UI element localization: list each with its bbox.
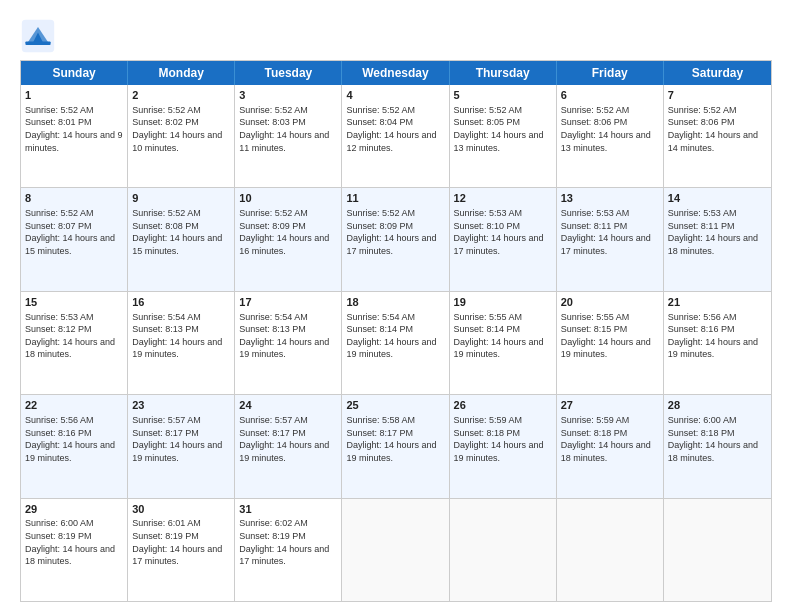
day-number: 5: [454, 88, 552, 103]
empty-cell: [664, 499, 771, 601]
day-info: Sunrise: 5:54 AM Sunset: 8:14 PM Dayligh…: [346, 311, 444, 361]
empty-cell: [557, 499, 664, 601]
day-number: 4: [346, 88, 444, 103]
day-cell-7: 7 Sunrise: 5:52 AM Sunset: 8:06 PM Dayli…: [664, 85, 771, 187]
day-info: Sunrise: 5:54 AM Sunset: 8:13 PM Dayligh…: [239, 311, 337, 361]
day-number: 22: [25, 398, 123, 413]
header: [20, 18, 772, 54]
day-number: 1: [25, 88, 123, 103]
day-number: 9: [132, 191, 230, 206]
calendar-body: 1 Sunrise: 5:52 AM Sunset: 8:01 PM Dayli…: [21, 85, 771, 601]
day-cell-5: 5 Sunrise: 5:52 AM Sunset: 8:05 PM Dayli…: [450, 85, 557, 187]
day-cell-14: 14 Sunrise: 5:53 AM Sunset: 8:11 PM Dayl…: [664, 188, 771, 290]
day-cell-18: 18 Sunrise: 5:54 AM Sunset: 8:14 PM Dayl…: [342, 292, 449, 394]
day-cell-27: 27 Sunrise: 5:59 AM Sunset: 8:18 PM Dayl…: [557, 395, 664, 497]
day-info: Sunrise: 6:01 AM Sunset: 8:19 PM Dayligh…: [132, 517, 230, 567]
header-cell-wednesday: Wednesday: [342, 61, 449, 85]
day-number: 13: [561, 191, 659, 206]
svg-rect-1: [25, 41, 50, 45]
day-number: 7: [668, 88, 767, 103]
header-cell-thursday: Thursday: [450, 61, 557, 85]
header-cell-saturday: Saturday: [664, 61, 771, 85]
day-number: 14: [668, 191, 767, 206]
day-number: 2: [132, 88, 230, 103]
empty-cell: [450, 499, 557, 601]
day-number: 21: [668, 295, 767, 310]
header-cell-sunday: Sunday: [21, 61, 128, 85]
day-info: Sunrise: 5:59 AM Sunset: 8:18 PM Dayligh…: [561, 414, 659, 464]
day-info: Sunrise: 5:56 AM Sunset: 8:16 PM Dayligh…: [668, 311, 767, 361]
day-info: Sunrise: 5:55 AM Sunset: 8:15 PM Dayligh…: [561, 311, 659, 361]
calendar-header: SundayMondayTuesdayWednesdayThursdayFrid…: [21, 61, 771, 85]
day-info: Sunrise: 5:53 AM Sunset: 8:11 PM Dayligh…: [668, 207, 767, 257]
header-cell-monday: Monday: [128, 61, 235, 85]
calendar-row-2: 8 Sunrise: 5:52 AM Sunset: 8:07 PM Dayli…: [21, 188, 771, 291]
day-cell-30: 30 Sunrise: 6:01 AM Sunset: 8:19 PM Dayl…: [128, 499, 235, 601]
day-cell-23: 23 Sunrise: 5:57 AM Sunset: 8:17 PM Dayl…: [128, 395, 235, 497]
day-number: 12: [454, 191, 552, 206]
logo-icon: [20, 18, 56, 54]
empty-cell: [342, 499, 449, 601]
day-cell-22: 22 Sunrise: 5:56 AM Sunset: 8:16 PM Dayl…: [21, 395, 128, 497]
day-info: Sunrise: 6:00 AM Sunset: 8:19 PM Dayligh…: [25, 517, 123, 567]
day-cell-10: 10 Sunrise: 5:52 AM Sunset: 8:09 PM Dayl…: [235, 188, 342, 290]
day-cell-28: 28 Sunrise: 6:00 AM Sunset: 8:18 PM Dayl…: [664, 395, 771, 497]
header-cell-friday: Friday: [557, 61, 664, 85]
day-number: 25: [346, 398, 444, 413]
day-cell-2: 2 Sunrise: 5:52 AM Sunset: 8:02 PM Dayli…: [128, 85, 235, 187]
day-cell-1: 1 Sunrise: 5:52 AM Sunset: 8:01 PM Dayli…: [21, 85, 128, 187]
day-cell-8: 8 Sunrise: 5:52 AM Sunset: 8:07 PM Dayli…: [21, 188, 128, 290]
day-cell-29: 29 Sunrise: 6:00 AM Sunset: 8:19 PM Dayl…: [21, 499, 128, 601]
day-info: Sunrise: 5:57 AM Sunset: 8:17 PM Dayligh…: [132, 414, 230, 464]
day-info: Sunrise: 5:52 AM Sunset: 8:06 PM Dayligh…: [668, 104, 767, 154]
day-number: 24: [239, 398, 337, 413]
day-info: Sunrise: 5:53 AM Sunset: 8:10 PM Dayligh…: [454, 207, 552, 257]
day-cell-26: 26 Sunrise: 5:59 AM Sunset: 8:18 PM Dayl…: [450, 395, 557, 497]
day-info: Sunrise: 5:52 AM Sunset: 8:02 PM Dayligh…: [132, 104, 230, 154]
calendar-row-1: 1 Sunrise: 5:52 AM Sunset: 8:01 PM Dayli…: [21, 85, 771, 188]
day-info: Sunrise: 6:00 AM Sunset: 8:18 PM Dayligh…: [668, 414, 767, 464]
day-info: Sunrise: 5:52 AM Sunset: 8:01 PM Dayligh…: [25, 104, 123, 154]
day-number: 26: [454, 398, 552, 413]
day-cell-21: 21 Sunrise: 5:56 AM Sunset: 8:16 PM Dayl…: [664, 292, 771, 394]
day-number: 29: [25, 502, 123, 517]
day-number: 3: [239, 88, 337, 103]
day-number: 23: [132, 398, 230, 413]
day-number: 17: [239, 295, 337, 310]
day-cell-12: 12 Sunrise: 5:53 AM Sunset: 8:10 PM Dayl…: [450, 188, 557, 290]
calendar-row-5: 29 Sunrise: 6:00 AM Sunset: 8:19 PM Dayl…: [21, 499, 771, 601]
day-info: Sunrise: 5:56 AM Sunset: 8:16 PM Dayligh…: [25, 414, 123, 464]
header-cell-tuesday: Tuesday: [235, 61, 342, 85]
day-info: Sunrise: 5:52 AM Sunset: 8:05 PM Dayligh…: [454, 104, 552, 154]
day-cell-15: 15 Sunrise: 5:53 AM Sunset: 8:12 PM Dayl…: [21, 292, 128, 394]
day-number: 18: [346, 295, 444, 310]
day-number: 28: [668, 398, 767, 413]
day-info: Sunrise: 5:55 AM Sunset: 8:14 PM Dayligh…: [454, 311, 552, 361]
day-info: Sunrise: 5:53 AM Sunset: 8:12 PM Dayligh…: [25, 311, 123, 361]
day-cell-19: 19 Sunrise: 5:55 AM Sunset: 8:14 PM Dayl…: [450, 292, 557, 394]
day-number: 16: [132, 295, 230, 310]
day-info: Sunrise: 5:52 AM Sunset: 8:09 PM Dayligh…: [239, 207, 337, 257]
day-info: Sunrise: 5:53 AM Sunset: 8:11 PM Dayligh…: [561, 207, 659, 257]
day-info: Sunrise: 5:52 AM Sunset: 8:08 PM Dayligh…: [132, 207, 230, 257]
day-info: Sunrise: 6:02 AM Sunset: 8:19 PM Dayligh…: [239, 517, 337, 567]
day-cell-13: 13 Sunrise: 5:53 AM Sunset: 8:11 PM Dayl…: [557, 188, 664, 290]
logo: [20, 18, 58, 54]
day-number: 30: [132, 502, 230, 517]
day-cell-24: 24 Sunrise: 5:57 AM Sunset: 8:17 PM Dayl…: [235, 395, 342, 497]
day-number: 27: [561, 398, 659, 413]
day-info: Sunrise: 5:58 AM Sunset: 8:17 PM Dayligh…: [346, 414, 444, 464]
day-number: 10: [239, 191, 337, 206]
day-info: Sunrise: 5:54 AM Sunset: 8:13 PM Dayligh…: [132, 311, 230, 361]
day-number: 8: [25, 191, 123, 206]
day-cell-11: 11 Sunrise: 5:52 AM Sunset: 8:09 PM Dayl…: [342, 188, 449, 290]
day-cell-20: 20 Sunrise: 5:55 AM Sunset: 8:15 PM Dayl…: [557, 292, 664, 394]
day-number: 31: [239, 502, 337, 517]
day-info: Sunrise: 5:52 AM Sunset: 8:07 PM Dayligh…: [25, 207, 123, 257]
day-number: 11: [346, 191, 444, 206]
day-info: Sunrise: 5:52 AM Sunset: 8:06 PM Dayligh…: [561, 104, 659, 154]
day-cell-17: 17 Sunrise: 5:54 AM Sunset: 8:13 PM Dayl…: [235, 292, 342, 394]
calendar-row-3: 15 Sunrise: 5:53 AM Sunset: 8:12 PM Dayl…: [21, 292, 771, 395]
day-cell-3: 3 Sunrise: 5:52 AM Sunset: 8:03 PM Dayli…: [235, 85, 342, 187]
day-number: 15: [25, 295, 123, 310]
